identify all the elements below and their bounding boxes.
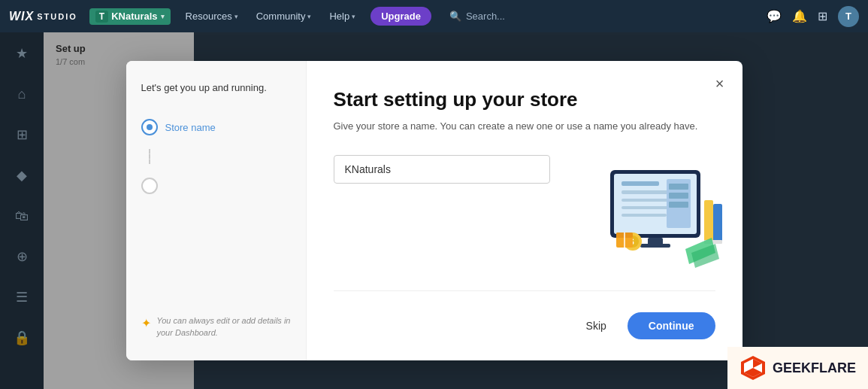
step-2-circle	[141, 178, 158, 194]
geekflare-watermark: GEEKFLARE	[727, 347, 868, 389]
note-text: You can always edit or add details in yo…	[157, 315, 291, 339]
main-area: ★ ⌂ ⊞ ◆ 🛍 ⊕ ☰ 🔒 Set up 1/7 com Let's get…	[0, 32, 868, 389]
step-connector	[149, 149, 150, 164]
chat-icon[interactable]: 💬	[767, 9, 782, 23]
skip-button[interactable]: Skip	[577, 314, 615, 338]
modal-footer: Skip Continue	[334, 290, 715, 339]
brand-chevron-icon: ▾	[161, 13, 165, 20]
geekflare-logo	[739, 354, 767, 381]
bell-icon[interactable]: 🔔	[792, 9, 807, 23]
svg-rect-6	[622, 214, 667, 217]
svg-rect-10	[669, 202, 688, 208]
brand-button[interactable]: T KNaturals ▾	[89, 8, 171, 25]
step-1-circle-inner	[147, 124, 153, 130]
grid-icon[interactable]: ⊞	[818, 9, 827, 23]
nav-resources-label: Resources	[186, 11, 232, 22]
nav-community[interactable]: Community ▾	[250, 0, 318, 32]
nav-community-label: Community	[256, 11, 306, 22]
modal-heading: Start setting up your store	[334, 88, 715, 111]
modal-input-area	[334, 155, 550, 184]
step-2-item	[141, 173, 291, 199]
nav-help[interactable]: Help ▾	[323, 0, 361, 32]
modal-content-row: $	[334, 155, 715, 275]
modal-note: ✦ You can always edit or add details in …	[141, 299, 291, 339]
geekflare-text: GEEKFLARE	[773, 360, 856, 376]
search-area[interactable]: 🔍 Search...	[449, 11, 761, 22]
topbar: WIX STUDIO T KNaturals ▾ Resources ▾ Com…	[0, 0, 868, 32]
brand-initial-badge: T	[95, 11, 108, 23]
modal-backdrop: Let's get you up and running. Store name…	[0, 32, 868, 389]
studio-text: STUDIO	[37, 12, 77, 21]
nav-help-label: Help	[329, 11, 349, 22]
svg-rect-14	[713, 204, 722, 242]
nav-resources[interactable]: Resources ▾	[180, 0, 244, 32]
search-placeholder-text: Search...	[466, 11, 505, 22]
step-1-label: Store name	[165, 122, 216, 133]
wix-text: WIX	[9, 10, 34, 23]
step-1-item: Store name	[141, 114, 291, 140]
avatar[interactable]: T	[838, 6, 859, 27]
modal-left-panel: Let's get you up and running. Store name…	[126, 61, 307, 360]
modal-close-button[interactable]: ×	[709, 73, 730, 94]
store-name-input[interactable]	[334, 155, 550, 184]
topbar-icon-group: 💬 🔔 ⊞ T	[767, 6, 859, 27]
modal-right-panel: × Start setting up your store Give your …	[307, 61, 742, 360]
store-illustration: $	[565, 155, 715, 275]
upgrade-button[interactable]: Upgrade	[370, 7, 431, 26]
search-icon: 🔍	[449, 11, 461, 22]
wix-studio-logo: WIX STUDIO	[9, 10, 77, 23]
modal-left-title: Let's get you up and running.	[141, 82, 291, 93]
continue-button[interactable]: Continue	[628, 312, 715, 339]
svg-rect-2	[622, 181, 659, 186]
svg-rect-9	[669, 193, 688, 199]
modal-subheading: Give your store a name. You can create a…	[334, 119, 715, 134]
step-1-circle	[141, 119, 158, 135]
help-chevron-icon: ▾	[352, 13, 355, 20]
svg-rect-12	[640, 244, 670, 248]
modal-dialog: Let's get you up and running. Store name…	[126, 61, 742, 360]
svg-rect-3	[622, 190, 674, 194]
brand-name-label: KNaturals	[111, 11, 157, 22]
community-chevron-icon: ▾	[307, 13, 311, 20]
svg-rect-8	[669, 184, 688, 190]
lightbulb-icon: ✦	[141, 316, 151, 330]
resources-chevron-icon: ▾	[234, 13, 238, 20]
svg-rect-13	[704, 200, 713, 242]
